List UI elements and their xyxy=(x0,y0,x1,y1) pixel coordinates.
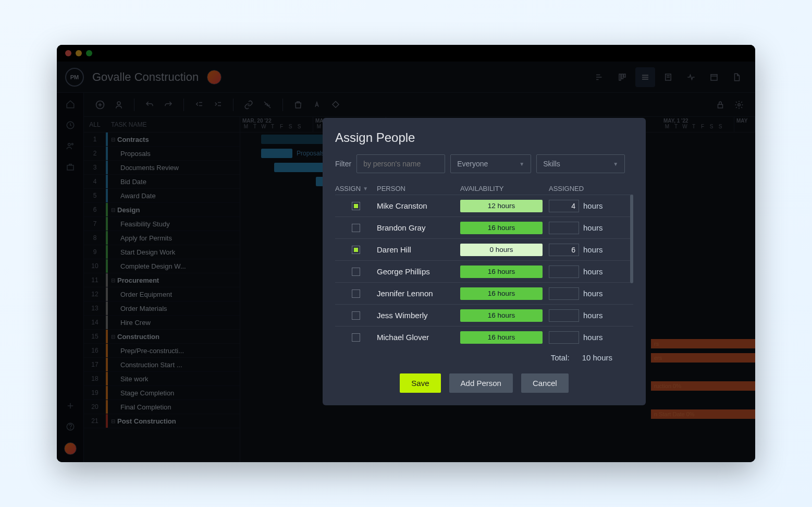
availability-pill: 16 hours xyxy=(460,265,543,278)
app-window: PM Govalle Construction xyxy=(57,45,755,462)
person-row: Mike Cranston 12 hours hours xyxy=(335,195,633,216)
availability-pill: 0 hours xyxy=(460,244,543,256)
filter-label: Filter xyxy=(335,160,351,168)
person-name: George Phillips xyxy=(377,267,460,276)
availability-pill: 16 hours xyxy=(460,287,543,300)
assigned-hours-input[interactable] xyxy=(549,331,579,344)
sort-icon: ▼ xyxy=(363,186,368,191)
assigned-hours-input[interactable] xyxy=(549,200,579,212)
person-name: Mike Cranston xyxy=(377,201,460,210)
people-table-header: ASSIGN▼ PERSON AVAILABILITY ASSIGNED xyxy=(335,183,633,195)
person-name: Jess Wimberly xyxy=(377,311,460,320)
hours-label: hours xyxy=(583,311,603,320)
assign-checkbox[interactable] xyxy=(352,224,360,232)
assign-checkbox[interactable] xyxy=(352,268,360,276)
availability-pill: 12 hours xyxy=(460,200,543,212)
skills-select[interactable]: Skills ▼ xyxy=(536,154,625,173)
assign-checkbox[interactable] xyxy=(352,333,360,342)
filter-row: Filter Everyone ▼ Skills ▼ xyxy=(335,154,633,173)
th-assigned[interactable]: ASSIGNED xyxy=(549,185,611,192)
select-label: Skills xyxy=(543,160,560,168)
assigned-hours-input[interactable] xyxy=(549,222,579,234)
person-name: Daren Hill xyxy=(377,245,460,254)
assigned-hours-input[interactable] xyxy=(549,309,579,322)
everyone-select[interactable]: Everyone ▼ xyxy=(450,154,531,173)
person-name: Jennifer Lennon xyxy=(377,289,460,298)
assign-checkbox[interactable] xyxy=(352,289,360,298)
th-assign[interactable]: ASSIGN▼ xyxy=(335,185,377,192)
hours-label: hours xyxy=(583,223,603,232)
cancel-button[interactable]: Cancel xyxy=(521,373,569,393)
person-row: Michael Glover 16 hours hours xyxy=(335,326,633,348)
availability-pill: 16 hours xyxy=(460,222,543,234)
chevron-down-icon: ▼ xyxy=(519,161,524,167)
person-name: Brandon Gray xyxy=(377,223,460,232)
hours-label: hours xyxy=(583,201,603,210)
hours-label: hours xyxy=(583,267,603,276)
hours-label: hours xyxy=(583,333,603,342)
person-name: Michael Glover xyxy=(377,333,460,342)
chevron-down-icon: ▼ xyxy=(613,161,618,167)
add-person-button[interactable]: Add Person xyxy=(449,373,513,393)
assign-checkbox[interactable] xyxy=(352,246,360,254)
modal-actions: Save Add Person Cancel xyxy=(335,373,633,393)
assign-checkbox[interactable] xyxy=(352,202,360,210)
scrollbar[interactable] xyxy=(630,195,633,283)
people-list: Mike Cranston 12 hours hours Brandon Gra… xyxy=(335,195,633,348)
assigned-hours-input[interactable] xyxy=(549,265,579,278)
filter-input[interactable] xyxy=(356,154,445,173)
assigned-hours-input[interactable] xyxy=(549,287,579,300)
total-value: 10 hours xyxy=(582,353,612,362)
person-row: Jess Wimberly 16 hours hours xyxy=(335,304,633,326)
person-row: Daren Hill 0 hours hours xyxy=(335,238,633,260)
availability-pill: 16 hours xyxy=(460,331,543,344)
th-person[interactable]: PERSON xyxy=(377,185,460,192)
modal-title: Assign People xyxy=(335,130,633,145)
availability-pill: 16 hours xyxy=(460,309,543,322)
assign-checkbox[interactable] xyxy=(352,311,360,320)
select-label: Everyone xyxy=(457,160,488,168)
person-row: Jennifer Lennon 16 hours hours xyxy=(335,282,633,304)
hours-label: hours xyxy=(583,289,603,298)
assign-people-modal: Assign People Filter Everyone ▼ Skills ▼… xyxy=(323,118,646,405)
total-label: Total: xyxy=(551,353,570,362)
total-row: Total: 10 hours xyxy=(335,348,633,367)
hours-label: hours xyxy=(583,245,603,254)
person-row: George Phillips 16 hours hours xyxy=(335,260,633,282)
th-avail[interactable]: AVAILABILITY xyxy=(460,185,549,192)
assigned-hours-input[interactable] xyxy=(549,244,579,256)
save-button[interactable]: Save xyxy=(400,373,440,393)
person-row: Brandon Gray 16 hours hours xyxy=(335,216,633,238)
